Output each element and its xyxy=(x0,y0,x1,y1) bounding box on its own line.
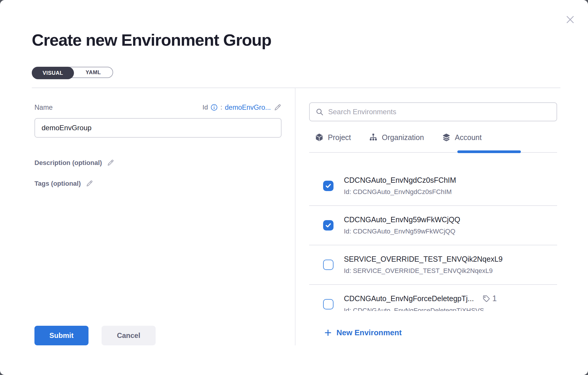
header-divider xyxy=(32,88,560,88)
environment-checkbox[interactable] xyxy=(323,260,333,270)
edit-description-icon[interactable] xyxy=(107,159,114,167)
tab-organization-label: Organization xyxy=(382,133,424,142)
environment-row[interactable]: CDCNGAuto_EnvNgdCz0sFChIM Id: CDCNGAuto_… xyxy=(309,166,557,206)
environment-id: Id: CDCNGAuto_EnvNgdCz0sFChIM xyxy=(344,188,456,196)
cancel-button[interactable]: Cancel xyxy=(102,326,156,345)
tags-row: Tags (optional) xyxy=(34,180,93,188)
description-row: Description (optional) xyxy=(34,159,114,167)
edit-tags-icon[interactable] xyxy=(86,180,93,188)
close-icon[interactable] xyxy=(563,12,577,27)
id-separator: : xyxy=(220,104,222,111)
search-environments-box xyxy=(309,102,557,121)
edit-id-icon[interactable] xyxy=(274,104,282,112)
info-icon[interactable] xyxy=(211,104,218,111)
tab-account[interactable]: Account xyxy=(442,133,482,142)
environment-id: Id: CDCNGAuto_EnvNg59wFkWCjQQ xyxy=(344,228,460,235)
tag-count-badge: 1 xyxy=(482,294,497,303)
tab-project-label: Project xyxy=(328,133,351,142)
name-input[interactable] xyxy=(34,118,282,138)
submit-button[interactable]: Submit xyxy=(34,326,88,345)
environment-row[interactable]: CDCNGAuto_EnvNgForceDeletegpTj... 1 Id: … xyxy=(309,285,557,311)
tab-account-label: Account xyxy=(455,133,482,142)
environment-name: CDCNGAuto_EnvNg59wFkWCjQQ xyxy=(344,215,460,224)
active-tab-underline xyxy=(457,150,521,153)
description-label: Description (optional) xyxy=(34,159,102,167)
environment-id: Id: SERVICE_OVERRIDE_TEST_ENVQik2NqexL9 xyxy=(344,267,502,275)
name-label: Name xyxy=(34,104,53,112)
environment-id: Id: CDCNGAuto_EnvNgForceDeletegpTjXHSVS xyxy=(344,307,497,311)
tag-icon xyxy=(482,295,490,303)
new-environment-label: New Environment xyxy=(336,328,402,337)
environment-name: SERVICE_OVERRIDE_TEST_ENVQik2NqexL9 xyxy=(344,255,502,263)
plus-icon xyxy=(324,329,332,337)
search-environments-input[interactable] xyxy=(328,108,551,116)
cube-icon xyxy=(315,133,324,142)
hierarchy-icon xyxy=(369,133,378,142)
environment-name: CDCNGAuto_EnvNgdCz0sFChIM xyxy=(344,176,456,185)
id-label: Id xyxy=(203,104,208,111)
scope-tabs: Project Organization Account xyxy=(315,133,482,142)
dialog-title: Create new Environment Group xyxy=(32,30,271,50)
visual-yaml-toggle: VISUAL YAML xyxy=(32,67,113,78)
environment-group-id-value[interactable]: demoEnvGro... xyxy=(225,104,271,112)
id-group: Id : demoEnvGro... xyxy=(203,104,282,112)
search-icon xyxy=(315,108,324,116)
tag-count: 1 xyxy=(492,294,497,303)
environments-list: CDCNGAuto_EnvNgdCz0sFChIM Id: CDCNGAuto_… xyxy=(309,153,557,311)
name-id-row: Name Id : demoEnvGro... xyxy=(34,102,282,112)
tab-yaml[interactable]: YAML xyxy=(74,67,113,77)
environment-row[interactable]: SERVICE_OVERRIDE_TEST_ENVQik2NqexL9 Id: … xyxy=(309,245,557,285)
environment-checkbox[interactable] xyxy=(323,220,333,231)
tags-label: Tags (optional) xyxy=(34,180,81,188)
tab-project[interactable]: Project xyxy=(315,133,351,142)
layers-icon xyxy=(442,133,451,142)
create-env-group-dialog: Create new Environment Group VISUAL YAML… xyxy=(0,0,588,375)
environment-checkbox[interactable] xyxy=(323,299,333,309)
environment-name: CDCNGAuto_EnvNgForceDeletegpTj... xyxy=(344,294,474,303)
column-divider xyxy=(295,88,295,345)
tab-visual[interactable]: VISUAL xyxy=(32,67,74,79)
environment-checkbox[interactable] xyxy=(323,181,333,191)
tab-organization[interactable]: Organization xyxy=(369,133,424,142)
environment-row[interactable]: CDCNGAuto_EnvNg59wFkWCjQQ Id: CDCNGAuto_… xyxy=(309,206,557,245)
new-environment-button[interactable]: New Environment xyxy=(324,328,402,337)
